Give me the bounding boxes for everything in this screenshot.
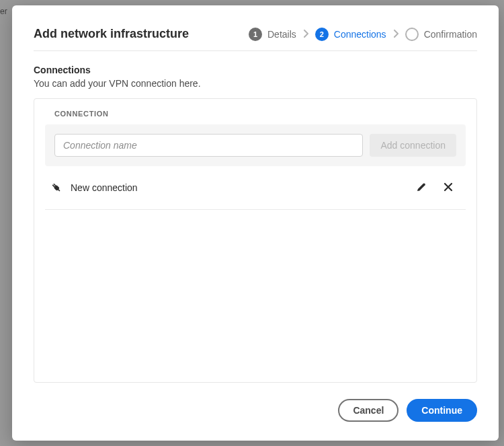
section-title: Connections	[34, 65, 477, 75]
modal-footer: Cancel Continue	[34, 399, 477, 422]
step-2-circle: 2	[315, 28, 329, 41]
background-text-fragment: er	[0, 7, 7, 16]
modal-header: Add network infrastructure 1 Details 2 C…	[34, 27, 477, 51]
step-connections[interactable]: 2 Connections	[315, 28, 386, 41]
step-1-circle: 1	[249, 28, 262, 41]
connection-name-input[interactable]	[54, 134, 363, 157]
add-connection-row: Add connection	[45, 124, 466, 166]
section-header: Connections You can add your VPN connect…	[34, 65, 477, 89]
edit-button[interactable]	[412, 178, 431, 197]
step-3-circle	[405, 28, 419, 41]
panel-label: CONNECTION	[54, 110, 466, 118]
connections-panel: CONNECTION Add connection New connection	[34, 98, 477, 383]
svg-rect-3	[58, 189, 60, 192]
step-confirmation[interactable]: Confirmation	[405, 28, 477, 41]
step-2-label: Connections	[334, 29, 386, 40]
chevron-right-icon	[393, 29, 398, 40]
stepper: 1 Details 2 Connections Confirmation	[249, 28, 477, 41]
chevron-right-icon	[303, 29, 308, 40]
modal-title: Add network infrastructure	[34, 27, 189, 41]
delete-button[interactable]	[439, 178, 458, 197]
modal-dialog: Add network infrastructure 1 Details 2 C…	[12, 5, 499, 441]
plug-icon	[50, 182, 62, 194]
continue-button[interactable]: Continue	[407, 399, 477, 422]
step-details[interactable]: 1 Details	[249, 28, 296, 41]
add-connection-button[interactable]: Add connection	[370, 134, 456, 157]
close-icon	[444, 182, 453, 194]
connection-name: New connection	[71, 182, 404, 193]
cancel-button[interactable]: Cancel	[338, 399, 398, 422]
step-1-label: Details	[267, 29, 296, 40]
connection-list-item: New connection	[45, 166, 466, 210]
pencil-icon	[416, 182, 427, 194]
section-description: You can add your VPN connection here.	[34, 78, 477, 89]
step-3-label: Confirmation	[424, 29, 477, 40]
